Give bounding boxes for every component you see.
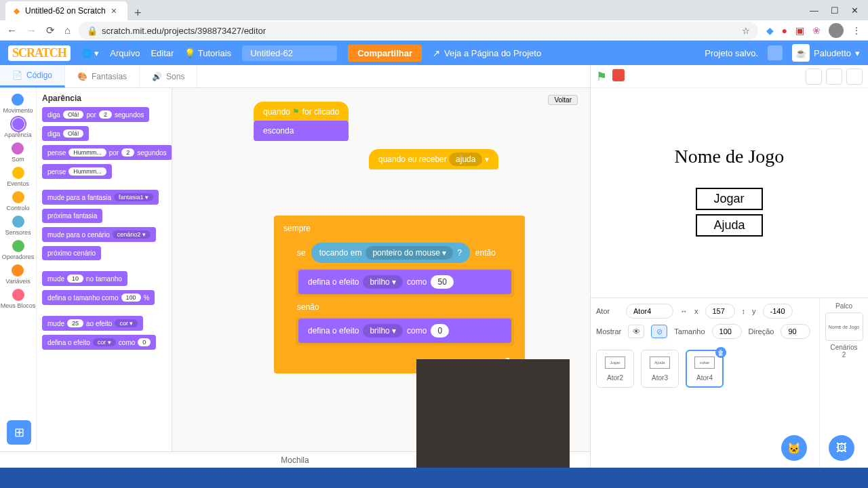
stage-large-button[interactable] <box>826 68 842 85</box>
sprite-item-Ator3[interactable]: AjudaAtor3 <box>641 350 679 388</box>
close-window-icon[interactable]: ✕ <box>851 5 859 16</box>
category-controlo[interactable]: Controlo <box>6 190 29 213</box>
ext-icon-4[interactable]: ❀ <box>812 25 821 36</box>
category-variáveis[interactable]: Variáveis <box>5 263 30 286</box>
category-som[interactable]: Som <box>12 141 24 164</box>
set-effect-block-1[interactable]: defina o efeito brilho ▾ como 50 <box>298 270 511 294</box>
show-button[interactable]: 👁 <box>628 325 644 338</box>
user-menu[interactable]: ☕ Paludetto ▾ <box>792 44 860 62</box>
share-button[interactable]: Compartilhar <box>348 45 422 62</box>
y-icon: ↕ <box>742 307 746 315</box>
stage-small-button[interactable] <box>806 68 822 85</box>
hide-button[interactable]: ⊘ <box>651 325 667 338</box>
sprite-item-Ator4[interactable]: voltarAtor4🗑 <box>686 350 724 388</box>
home-icon[interactable]: ⌂ <box>64 24 71 37</box>
size-input[interactable] <box>712 324 742 339</box>
category-operadores[interactable]: Operadores <box>2 239 35 262</box>
sprite-item-Ator2[interactable]: JogarAtor2 <box>596 350 634 388</box>
stage-preview[interactable]: Nome de Jogo Jogar Ajuda <box>591 88 868 298</box>
sprite-list: JogarAtor2AjudaAtor3voltarAtor4🗑 <box>596 344 814 393</box>
green-flag-button[interactable]: ⚑ <box>596 69 607 84</box>
sprite-name-input[interactable] <box>626 304 673 319</box>
help-button-sprite: Ajuda <box>696 214 762 237</box>
switch-costume-block[interactable]: mude para a fantasia fantasia1 ▾ <box>42 190 159 205</box>
profile-avatar[interactable] <box>829 23 844 38</box>
right-column: ⚑ Nome de Jogo Jogar Ajuda Ator ↔ <box>590 65 868 468</box>
tab-title: Untitled-62 on Scratch <box>25 6 106 16</box>
touching-block[interactable]: tocando em ponteiro do mouse ▾ ? <box>311 243 470 263</box>
minimize-icon[interactable]: — <box>810 5 818 16</box>
tab-code[interactable]: 📄 Código <box>0 65 65 87</box>
tutorials-button[interactable]: 💡 Tutoriais <box>184 48 231 58</box>
next-backdrop-block[interactable]: próximo cenário <box>42 246 101 260</box>
delete-sprite-icon[interactable]: 🗑 <box>715 347 726 358</box>
category-eventos[interactable]: Eventos <box>7 165 29 188</box>
stage-header: ⚑ <box>591 65 868 88</box>
set-size-block[interactable]: defina o tamanho como 100 % <box>42 290 155 305</box>
add-extension-button[interactable]: ⊞ <box>7 420 31 445</box>
x-input[interactable] <box>705 304 735 319</box>
category-sensores[interactable]: Sensores <box>5 214 31 237</box>
fullscreen-button[interactable] <box>846 68 863 85</box>
category-aparência[interactable]: Aparência <box>4 117 32 140</box>
save-status: Projeto salvo. <box>705 48 758 58</box>
maximize-icon[interactable]: ☐ <box>831 5 839 16</box>
url-box[interactable]: 🔒 scratch.mit.edu/projects/398873427/edi… <box>79 22 757 39</box>
back-icon[interactable]: ← <box>7 24 17 37</box>
stage-thumbnail[interactable]: Nome de Jogo <box>825 312 863 341</box>
new-tab-button[interactable]: + <box>127 6 149 20</box>
when-receive-block[interactable]: quando eu receber ajuda ▾ <box>369 149 498 169</box>
forward-icon[interactable]: → <box>26 24 37 37</box>
reload-icon[interactable]: ⟳ <box>46 24 55 37</box>
browser-tab[interactable]: ◆ Untitled-62 on Scratch × <box>5 1 127 20</box>
see-project-button[interactable]: ↗ Veja a Página do Projeto <box>433 48 541 58</box>
star-icon[interactable]: ☆ <box>742 26 750 36</box>
y-input[interactable] <box>763 304 793 319</box>
webcam-overlay <box>416 359 570 468</box>
change-size-block[interactable]: mude 10 no tamanho <box>42 271 127 286</box>
say-for-block[interactable]: diga Olá! por 2 segundos <box>42 107 149 122</box>
close-tab-icon[interactable]: × <box>111 5 117 16</box>
go-back-button[interactable]: Voltar <box>548 95 578 105</box>
say-block[interactable]: diga Olá! <box>42 126 89 141</box>
ext-icon-1[interactable]: ◆ <box>766 25 774 36</box>
script-stack-2[interactable]: quando eu receber ajuda ▾ <box>369 149 498 169</box>
file-menu[interactable]: Arquivo <box>110 48 140 58</box>
change-effect-block[interactable]: mude 25 ao efeito cor ▾ <box>42 316 143 331</box>
when-flag-clicked-block[interactable]: quando ⚑ for clicado <box>254 102 349 122</box>
block-palette: Aparência diga Olá! por 2 segundosdiga O… <box>37 88 172 451</box>
tab-bar: ◆ Untitled-62 on Scratch × + — ☐ ✕ <box>0 0 868 20</box>
tab-costumes[interactable]: 🎨 Fantasias <box>65 65 140 87</box>
menu-dots-icon[interactable]: ⋮ <box>852 25 861 36</box>
favicon: ◆ <box>14 6 20 16</box>
edit-menu[interactable]: Editar <box>151 48 174 58</box>
folder-icon[interactable] <box>768 45 783 60</box>
set-effect-block-2[interactable]: defina o efeito brilho ▾ como 0 <box>298 319 511 343</box>
taskbar <box>0 468 868 488</box>
scratch-logo[interactable]: SCRATCH <box>8 45 71 61</box>
category-meus blocos[interactable]: Meus Blocos <box>1 287 36 310</box>
script-stack-1[interactable]: quando ⚑ for clicado esconda <box>254 102 349 141</box>
script-stack-3[interactable]: sempre se tocando em ponteiro do mouse ▾… <box>274 217 525 373</box>
think-block[interactable]: pense Hummm... <box>42 164 112 179</box>
think-for-block[interactable]: pense Hummm... por 2 segundos <box>42 145 172 160</box>
if-else-block[interactable]: se tocando em ponteiro do mouse ▾ ? entã… <box>288 235 519 354</box>
switch-backdrop-block[interactable]: mude para o cenário cenário2 ▾ <box>42 227 156 242</box>
stop-button[interactable] <box>612 69 625 81</box>
category-movimento[interactable]: Movimento <box>3 92 33 115</box>
ext-icon-2[interactable]: ● <box>782 25 787 36</box>
address-bar: ← → ⟳ ⌂ 🔒 scratch.mit.edu/projects/39887… <box>0 20 868 41</box>
tab-sounds[interactable]: 🔊 Sons <box>140 65 197 87</box>
ext-icon-3[interactable]: ▣ <box>795 25 804 36</box>
xy-icon: ↔ <box>680 307 688 315</box>
globe-icon[interactable]: 🌐 ▾ <box>81 48 100 58</box>
add-backdrop-button[interactable]: 🖼 <box>829 435 854 461</box>
forever-block[interactable]: sempre se tocando em ponteiro do mouse ▾… <box>274 216 525 373</box>
add-sprite-button[interactable]: 🐱 <box>781 435 807 461</box>
set-effect-palette-block[interactable]: defina o efeito cor ▾ como 0 <box>42 335 156 350</box>
next-costume-block[interactable]: próxima fantasia <box>42 209 102 223</box>
direction-input[interactable] <box>781 324 810 339</box>
hide-block[interactable]: esconda <box>254 121 349 141</box>
project-title-input[interactable]: Untitled-62 <box>242 45 337 61</box>
scratch-menu-bar: SCRATCH 🌐 ▾ Arquivo Editar 💡 Tutoriais U… <box>0 41 868 65</box>
